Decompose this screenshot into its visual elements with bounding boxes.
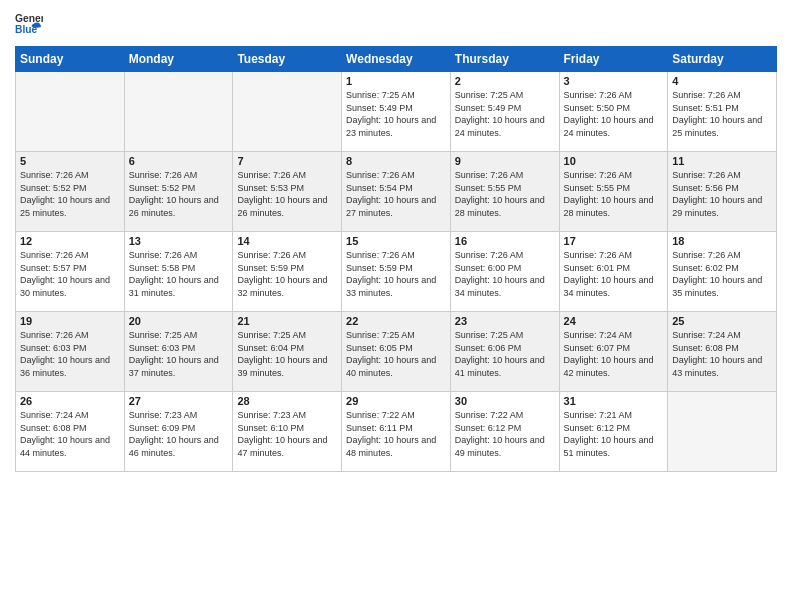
calendar-day-cell: 28Sunrise: 7:23 AMSunset: 6:10 PMDayligh… bbox=[233, 392, 342, 472]
day-number: 6 bbox=[129, 155, 229, 167]
day-of-week-header: Thursday bbox=[450, 47, 559, 72]
calendar-day-cell bbox=[124, 72, 233, 152]
calendar-day-cell: 13Sunrise: 7:26 AMSunset: 5:58 PMDayligh… bbox=[124, 232, 233, 312]
day-number: 30 bbox=[455, 395, 555, 407]
header: General Blue bbox=[15, 10, 777, 38]
day-info: Sunrise: 7:26 AMSunset: 6:03 PMDaylight:… bbox=[20, 329, 120, 379]
day-info: Sunrise: 7:21 AMSunset: 6:12 PMDaylight:… bbox=[564, 409, 664, 459]
calendar-day-cell: 8Sunrise: 7:26 AMSunset: 5:54 PMDaylight… bbox=[342, 152, 451, 232]
day-info: Sunrise: 7:25 AMSunset: 6:04 PMDaylight:… bbox=[237, 329, 337, 379]
day-number: 5 bbox=[20, 155, 120, 167]
day-info: Sunrise: 7:26 AMSunset: 6:01 PMDaylight:… bbox=[564, 249, 664, 299]
day-of-week-header: Monday bbox=[124, 47, 233, 72]
day-of-week-header: Saturday bbox=[668, 47, 777, 72]
day-number: 23 bbox=[455, 315, 555, 327]
day-info: Sunrise: 7:26 AMSunset: 5:51 PMDaylight:… bbox=[672, 89, 772, 139]
day-number: 26 bbox=[20, 395, 120, 407]
day-info: Sunrise: 7:26 AMSunset: 5:53 PMDaylight:… bbox=[237, 169, 337, 219]
day-of-week-header: Tuesday bbox=[233, 47, 342, 72]
calendar-day-cell: 26Sunrise: 7:24 AMSunset: 6:08 PMDayligh… bbox=[16, 392, 125, 472]
calendar-day-cell bbox=[668, 392, 777, 472]
day-number: 10 bbox=[564, 155, 664, 167]
day-number: 13 bbox=[129, 235, 229, 247]
day-info: Sunrise: 7:23 AMSunset: 6:10 PMDaylight:… bbox=[237, 409, 337, 459]
day-info: Sunrise: 7:25 AMSunset: 6:06 PMDaylight:… bbox=[455, 329, 555, 379]
day-number: 25 bbox=[672, 315, 772, 327]
day-info: Sunrise: 7:26 AMSunset: 5:54 PMDaylight:… bbox=[346, 169, 446, 219]
day-number: 17 bbox=[564, 235, 664, 247]
calendar-week-row: 1Sunrise: 7:25 AMSunset: 5:49 PMDaylight… bbox=[16, 72, 777, 152]
day-number: 22 bbox=[346, 315, 446, 327]
calendar-day-cell: 4Sunrise: 7:26 AMSunset: 5:51 PMDaylight… bbox=[668, 72, 777, 152]
calendar-week-row: 26Sunrise: 7:24 AMSunset: 6:08 PMDayligh… bbox=[16, 392, 777, 472]
calendar-header-row: SundayMondayTuesdayWednesdayThursdayFrid… bbox=[16, 47, 777, 72]
calendar-day-cell: 2Sunrise: 7:25 AMSunset: 5:49 PMDaylight… bbox=[450, 72, 559, 152]
calendar-day-cell: 16Sunrise: 7:26 AMSunset: 6:00 PMDayligh… bbox=[450, 232, 559, 312]
day-of-week-header: Sunday bbox=[16, 47, 125, 72]
calendar-day-cell: 22Sunrise: 7:25 AMSunset: 6:05 PMDayligh… bbox=[342, 312, 451, 392]
day-number: 24 bbox=[564, 315, 664, 327]
day-number: 12 bbox=[20, 235, 120, 247]
calendar-day-cell: 29Sunrise: 7:22 AMSunset: 6:11 PMDayligh… bbox=[342, 392, 451, 472]
svg-text:Blue: Blue bbox=[15, 24, 38, 35]
calendar-day-cell: 10Sunrise: 7:26 AMSunset: 5:55 PMDayligh… bbox=[559, 152, 668, 232]
day-number: 27 bbox=[129, 395, 229, 407]
calendar-day-cell: 1Sunrise: 7:25 AMSunset: 5:49 PMDaylight… bbox=[342, 72, 451, 152]
calendar-day-cell: 18Sunrise: 7:26 AMSunset: 6:02 PMDayligh… bbox=[668, 232, 777, 312]
day-number: 7 bbox=[237, 155, 337, 167]
calendar-day-cell bbox=[233, 72, 342, 152]
day-info: Sunrise: 7:25 AMSunset: 5:49 PMDaylight:… bbox=[346, 89, 446, 139]
calendar-day-cell: 20Sunrise: 7:25 AMSunset: 6:03 PMDayligh… bbox=[124, 312, 233, 392]
calendar-day-cell bbox=[16, 72, 125, 152]
day-info: Sunrise: 7:25 AMSunset: 5:49 PMDaylight:… bbox=[455, 89, 555, 139]
day-info: Sunrise: 7:25 AMSunset: 6:03 PMDaylight:… bbox=[129, 329, 229, 379]
day-info: Sunrise: 7:26 AMSunset: 5:59 PMDaylight:… bbox=[346, 249, 446, 299]
day-number: 16 bbox=[455, 235, 555, 247]
page: General Blue SundayMondayTuesdayWednesda… bbox=[0, 0, 792, 612]
day-number: 8 bbox=[346, 155, 446, 167]
day-number: 3 bbox=[564, 75, 664, 87]
day-number: 15 bbox=[346, 235, 446, 247]
calendar-day-cell: 31Sunrise: 7:21 AMSunset: 6:12 PMDayligh… bbox=[559, 392, 668, 472]
day-number: 14 bbox=[237, 235, 337, 247]
calendar-day-cell: 17Sunrise: 7:26 AMSunset: 6:01 PMDayligh… bbox=[559, 232, 668, 312]
day-info: Sunrise: 7:22 AMSunset: 6:12 PMDaylight:… bbox=[455, 409, 555, 459]
day-info: Sunrise: 7:26 AMSunset: 5:59 PMDaylight:… bbox=[237, 249, 337, 299]
calendar-day-cell: 5Sunrise: 7:26 AMSunset: 5:52 PMDaylight… bbox=[16, 152, 125, 232]
day-info: Sunrise: 7:26 AMSunset: 6:02 PMDaylight:… bbox=[672, 249, 772, 299]
day-info: Sunrise: 7:26 AMSunset: 6:00 PMDaylight:… bbox=[455, 249, 555, 299]
calendar-day-cell: 6Sunrise: 7:26 AMSunset: 5:52 PMDaylight… bbox=[124, 152, 233, 232]
calendar: SundayMondayTuesdayWednesdayThursdayFrid… bbox=[15, 46, 777, 472]
day-number: 18 bbox=[672, 235, 772, 247]
day-info: Sunrise: 7:26 AMSunset: 5:57 PMDaylight:… bbox=[20, 249, 120, 299]
calendar-day-cell: 21Sunrise: 7:25 AMSunset: 6:04 PMDayligh… bbox=[233, 312, 342, 392]
day-number: 31 bbox=[564, 395, 664, 407]
calendar-day-cell: 19Sunrise: 7:26 AMSunset: 6:03 PMDayligh… bbox=[16, 312, 125, 392]
day-number: 2 bbox=[455, 75, 555, 87]
calendar-day-cell: 3Sunrise: 7:26 AMSunset: 5:50 PMDaylight… bbox=[559, 72, 668, 152]
day-of-week-header: Friday bbox=[559, 47, 668, 72]
calendar-day-cell: 23Sunrise: 7:25 AMSunset: 6:06 PMDayligh… bbox=[450, 312, 559, 392]
day-info: Sunrise: 7:25 AMSunset: 6:05 PMDaylight:… bbox=[346, 329, 446, 379]
calendar-day-cell: 27Sunrise: 7:23 AMSunset: 6:09 PMDayligh… bbox=[124, 392, 233, 472]
calendar-week-row: 5Sunrise: 7:26 AMSunset: 5:52 PMDaylight… bbox=[16, 152, 777, 232]
day-info: Sunrise: 7:24 AMSunset: 6:07 PMDaylight:… bbox=[564, 329, 664, 379]
calendar-day-cell: 30Sunrise: 7:22 AMSunset: 6:12 PMDayligh… bbox=[450, 392, 559, 472]
day-number: 29 bbox=[346, 395, 446, 407]
calendar-day-cell: 11Sunrise: 7:26 AMSunset: 5:56 PMDayligh… bbox=[668, 152, 777, 232]
day-info: Sunrise: 7:26 AMSunset: 5:52 PMDaylight:… bbox=[129, 169, 229, 219]
day-number: 19 bbox=[20, 315, 120, 327]
calendar-day-cell: 15Sunrise: 7:26 AMSunset: 5:59 PMDayligh… bbox=[342, 232, 451, 312]
day-number: 9 bbox=[455, 155, 555, 167]
day-number: 1 bbox=[346, 75, 446, 87]
day-number: 28 bbox=[237, 395, 337, 407]
day-info: Sunrise: 7:22 AMSunset: 6:11 PMDaylight:… bbox=[346, 409, 446, 459]
logo: General Blue bbox=[15, 10, 43, 38]
svg-text:General: General bbox=[15, 13, 43, 24]
day-number: 20 bbox=[129, 315, 229, 327]
calendar-day-cell: 12Sunrise: 7:26 AMSunset: 5:57 PMDayligh… bbox=[16, 232, 125, 312]
day-info: Sunrise: 7:26 AMSunset: 5:58 PMDaylight:… bbox=[129, 249, 229, 299]
calendar-week-row: 19Sunrise: 7:26 AMSunset: 6:03 PMDayligh… bbox=[16, 312, 777, 392]
calendar-day-cell: 7Sunrise: 7:26 AMSunset: 5:53 PMDaylight… bbox=[233, 152, 342, 232]
calendar-day-cell: 14Sunrise: 7:26 AMSunset: 5:59 PMDayligh… bbox=[233, 232, 342, 312]
